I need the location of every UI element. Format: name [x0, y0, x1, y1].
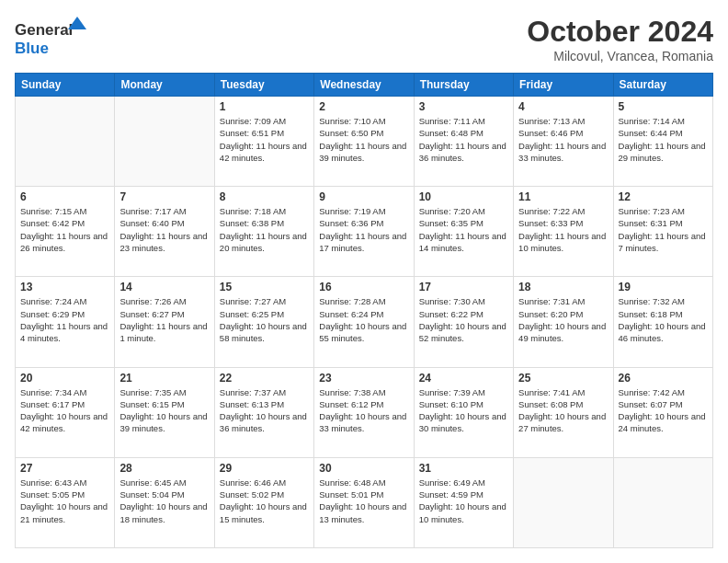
- day-number: 12: [619, 190, 708, 203]
- day-number: 20: [20, 372, 109, 385]
- day-cell: [514, 457, 613, 547]
- day-info: Sunrise: 7:13 AM Sunset: 6:46 PM Dayligh…: [518, 115, 608, 164]
- col-header-sunday: Sunday: [16, 74, 115, 97]
- svg-text:Blue: Blue: [15, 40, 49, 57]
- day-cell: 29Sunrise: 6:46 AM Sunset: 5:02 PM Dayli…: [214, 457, 313, 547]
- header-row: SundayMondayTuesdayWednesdayThursdayFrid…: [16, 74, 713, 97]
- day-cell: 23Sunrise: 7:38 AM Sunset: 6:12 PM Dayli…: [314, 367, 414, 457]
- day-info: Sunrise: 7:28 AM Sunset: 6:24 PM Dayligh…: [319, 295, 408, 344]
- week-row-3: 13Sunrise: 7:24 AM Sunset: 6:29 PM Dayli…: [16, 277, 713, 367]
- day-cell: 7Sunrise: 7:17 AM Sunset: 6:40 PM Daylig…: [115, 187, 214, 277]
- day-cell: 15Sunrise: 7:27 AM Sunset: 6:25 PM Dayli…: [214, 277, 313, 367]
- day-cell: 11Sunrise: 7:22 AM Sunset: 6:33 PM Dayli…: [514, 187, 613, 277]
- day-cell: 27Sunrise: 6:43 AM Sunset: 5:05 PM Dayli…: [16, 457, 115, 547]
- day-info: Sunrise: 7:37 AM Sunset: 6:13 PM Dayligh…: [220, 386, 309, 435]
- day-number: 28: [119, 462, 209, 475]
- day-number: 30: [319, 462, 408, 475]
- day-cell: 12Sunrise: 7:23 AM Sunset: 6:31 PM Dayli…: [613, 187, 712, 277]
- day-number: 14: [119, 281, 209, 293]
- day-info: Sunrise: 7:35 AM Sunset: 6:15 PM Dayligh…: [119, 386, 209, 435]
- col-header-monday: Monday: [115, 74, 214, 97]
- day-cell: 28Sunrise: 6:45 AM Sunset: 5:04 PM Dayli…: [115, 457, 214, 547]
- day-info: Sunrise: 6:48 AM Sunset: 5:01 PM Dayligh…: [319, 477, 408, 525]
- day-number: 10: [419, 190, 508, 203]
- col-header-thursday: Thursday: [414, 74, 513, 97]
- day-info: Sunrise: 7:23 AM Sunset: 6:31 PM Dayligh…: [619, 205, 708, 254]
- day-info: Sunrise: 6:45 AM Sunset: 5:04 PM Dayligh…: [119, 477, 209, 525]
- day-cell: 20Sunrise: 7:34 AM Sunset: 6:17 PM Dayli…: [16, 367, 115, 457]
- day-number: 8: [220, 190, 309, 203]
- day-number: 9: [319, 190, 408, 203]
- day-number: 22: [220, 372, 309, 385]
- day-number: 31: [419, 462, 508, 475]
- day-cell: 1Sunrise: 7:09 AM Sunset: 6:51 PM Daylig…: [214, 97, 313, 187]
- day-number: 24: [419, 372, 508, 385]
- day-info: Sunrise: 7:09 AM Sunset: 6:51 PM Dayligh…: [220, 115, 309, 164]
- day-cell: 9Sunrise: 7:19 AM Sunset: 6:36 PM Daylig…: [314, 187, 414, 277]
- day-cell: 10Sunrise: 7:20 AM Sunset: 6:35 PM Dayli…: [414, 187, 513, 277]
- day-number: 25: [518, 372, 608, 385]
- day-cell: 19Sunrise: 7:32 AM Sunset: 6:18 PM Dayli…: [613, 277, 712, 367]
- svg-text:General: General: [15, 21, 73, 39]
- day-info: Sunrise: 6:49 AM Sunset: 4:59 PM Dayligh…: [419, 477, 508, 525]
- day-info: Sunrise: 7:26 AM Sunset: 6:27 PM Dayligh…: [119, 295, 209, 344]
- day-info: Sunrise: 7:42 AM Sunset: 6:07 PM Dayligh…: [619, 386, 708, 435]
- logo: General Blue: [15, 15, 88, 59]
- day-number: 27: [20, 462, 109, 475]
- day-info: Sunrise: 7:22 AM Sunset: 6:33 PM Dayligh…: [518, 205, 608, 254]
- day-info: Sunrise: 7:11 AM Sunset: 6:48 PM Dayligh…: [419, 115, 508, 164]
- day-number: 7: [119, 190, 209, 203]
- day-cell: 30Sunrise: 6:48 AM Sunset: 5:01 PM Dayli…: [314, 457, 414, 547]
- day-cell: 17Sunrise: 7:30 AM Sunset: 6:22 PM Dayli…: [414, 277, 513, 367]
- day-cell: 13Sunrise: 7:24 AM Sunset: 6:29 PM Dayli…: [16, 277, 115, 367]
- day-info: Sunrise: 7:20 AM Sunset: 6:35 PM Dayligh…: [419, 205, 508, 254]
- day-number: 2: [319, 100, 408, 113]
- week-row-4: 20Sunrise: 7:34 AM Sunset: 6:17 PM Dayli…: [16, 367, 713, 457]
- day-info: Sunrise: 7:39 AM Sunset: 6:10 PM Dayligh…: [419, 386, 508, 435]
- title-section: October 2024 Milcovul, Vrancea, Romania: [527, 15, 713, 63]
- day-info: Sunrise: 7:19 AM Sunset: 6:36 PM Dayligh…: [319, 205, 408, 254]
- day-info: Sunrise: 6:46 AM Sunset: 5:02 PM Dayligh…: [220, 477, 309, 525]
- location: Milcovul, Vrancea, Romania: [527, 49, 713, 63]
- day-cell: 3Sunrise: 7:11 AM Sunset: 6:48 PM Daylig…: [414, 97, 513, 187]
- day-number: 15: [220, 281, 309, 293]
- day-cell: 16Sunrise: 7:28 AM Sunset: 6:24 PM Dayli…: [314, 277, 414, 367]
- week-row-1: 1Sunrise: 7:09 AM Sunset: 6:51 PM Daylig…: [16, 97, 713, 187]
- day-cell: 25Sunrise: 7:41 AM Sunset: 6:08 PM Dayli…: [514, 367, 613, 457]
- day-info: Sunrise: 7:24 AM Sunset: 6:29 PM Dayligh…: [20, 295, 109, 344]
- month-title: October 2024: [527, 15, 713, 49]
- day-cell: 31Sunrise: 6:49 AM Sunset: 4:59 PM Dayli…: [414, 457, 513, 547]
- day-cell: 8Sunrise: 7:18 AM Sunset: 6:38 PM Daylig…: [214, 187, 313, 277]
- week-row-2: 6Sunrise: 7:15 AM Sunset: 6:42 PM Daylig…: [16, 187, 713, 277]
- day-cell: 2Sunrise: 7:10 AM Sunset: 6:50 PM Daylig…: [314, 97, 414, 187]
- day-info: Sunrise: 7:27 AM Sunset: 6:25 PM Dayligh…: [220, 295, 309, 344]
- day-info: Sunrise: 7:31 AM Sunset: 6:20 PM Dayligh…: [518, 295, 608, 344]
- day-number: 26: [619, 372, 708, 385]
- day-cell: [613, 457, 712, 547]
- day-info: Sunrise: 7:18 AM Sunset: 6:38 PM Dayligh…: [220, 205, 309, 254]
- day-info: Sunrise: 7:41 AM Sunset: 6:08 PM Dayligh…: [518, 386, 608, 435]
- day-number: 13: [20, 281, 109, 293]
- day-cell: 24Sunrise: 7:39 AM Sunset: 6:10 PM Dayli…: [414, 367, 513, 457]
- day-cell: 14Sunrise: 7:26 AM Sunset: 6:27 PM Dayli…: [115, 277, 214, 367]
- day-number: 3: [419, 100, 508, 113]
- day-cell: 4Sunrise: 7:13 AM Sunset: 6:46 PM Daylig…: [514, 97, 613, 187]
- col-header-saturday: Saturday: [613, 74, 712, 97]
- day-cell: 21Sunrise: 7:35 AM Sunset: 6:15 PM Dayli…: [115, 367, 214, 457]
- day-info: Sunrise: 7:30 AM Sunset: 6:22 PM Dayligh…: [419, 295, 508, 344]
- day-number: 19: [619, 281, 708, 293]
- day-cell: 5Sunrise: 7:14 AM Sunset: 6:44 PM Daylig…: [613, 97, 712, 187]
- calendar: SundayMondayTuesdayWednesdayThursdayFrid…: [15, 73, 713, 548]
- day-number: 21: [119, 372, 209, 385]
- day-info: Sunrise: 7:14 AM Sunset: 6:44 PM Dayligh…: [619, 115, 708, 164]
- day-cell: 18Sunrise: 7:31 AM Sunset: 6:20 PM Dayli…: [514, 277, 613, 367]
- day-cell: 6Sunrise: 7:15 AM Sunset: 6:42 PM Daylig…: [16, 187, 115, 277]
- day-info: Sunrise: 6:43 AM Sunset: 5:05 PM Dayligh…: [20, 477, 109, 525]
- day-info: Sunrise: 7:10 AM Sunset: 6:50 PM Dayligh…: [319, 115, 408, 164]
- day-number: 11: [518, 190, 608, 203]
- day-number: 6: [20, 190, 109, 203]
- day-cell: [16, 97, 115, 187]
- day-cell: 26Sunrise: 7:42 AM Sunset: 6:07 PM Dayli…: [613, 367, 712, 457]
- day-info: Sunrise: 7:38 AM Sunset: 6:12 PM Dayligh…: [319, 386, 408, 435]
- day-number: 18: [518, 281, 608, 293]
